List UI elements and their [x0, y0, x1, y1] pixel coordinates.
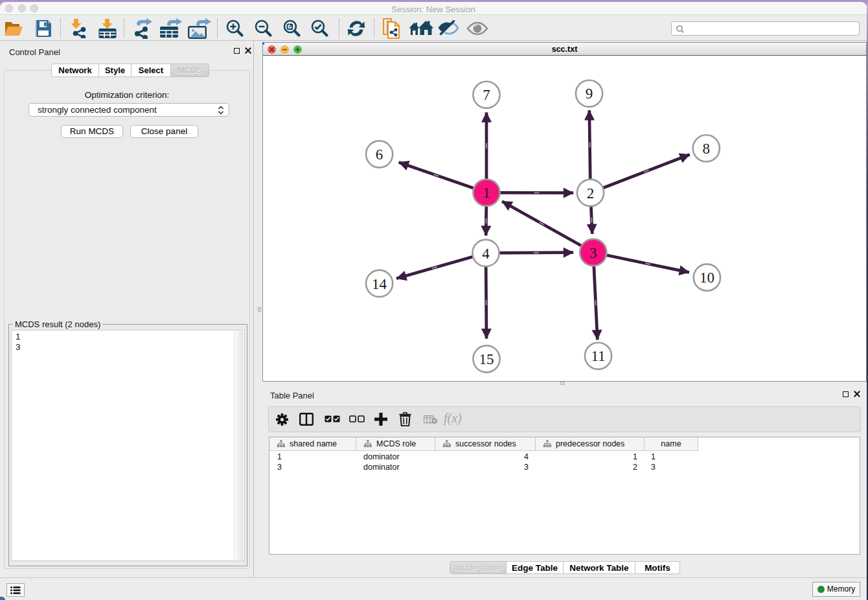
svg-text:6: 6	[376, 146, 383, 163]
svg-text:1: 1	[483, 185, 490, 201]
svg-text:2: 2	[587, 185, 595, 202]
svg-text:10: 10	[700, 270, 714, 286]
svg-text:11: 11	[591, 348, 605, 364]
svg-text:3: 3	[589, 245, 597, 261]
svg-text:7: 7	[483, 87, 490, 103]
svg-text:15: 15	[479, 351, 494, 367]
svg-text:14: 14	[372, 276, 387, 292]
svg-text:8: 8	[703, 141, 711, 157]
svg-text:4: 4	[482, 246, 490, 262]
svg-text:9: 9	[586, 86, 593, 102]
